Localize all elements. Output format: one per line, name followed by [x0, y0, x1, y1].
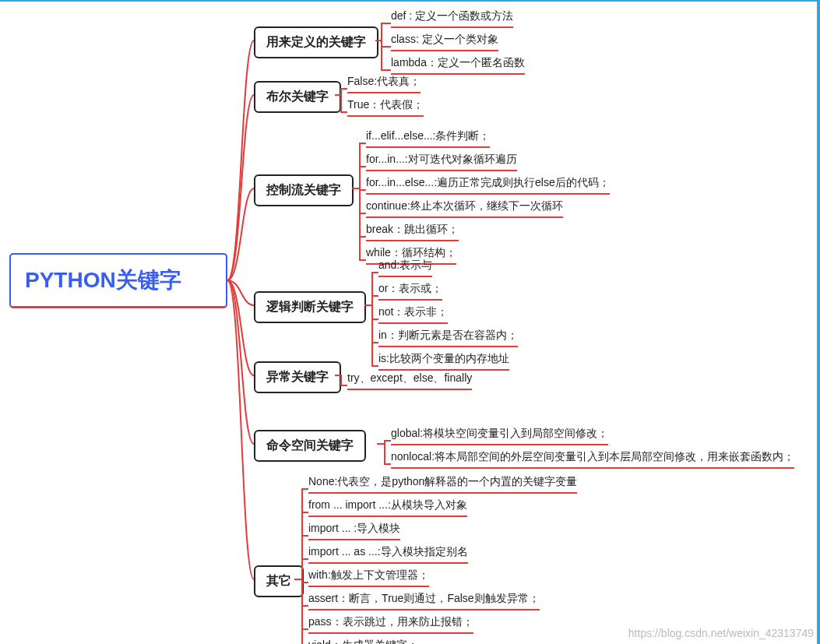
mindmap-canvas: { "root": { "title": "PYTHON关键字" }, "bra… — [0, 2, 820, 644]
branch-label: 布尔关键字 — [266, 90, 329, 103]
leaf-text[interactable]: import ... :导入模块 — [308, 519, 400, 540]
leaf-text[interactable]: class: 定义一个类对象 — [391, 30, 498, 51]
leaf-text[interactable]: in：判断元素是否在容器内； — [378, 326, 518, 347]
branch-label: 异常关键字 — [266, 370, 329, 383]
leaf-text[interactable]: for...in...else...:遍历正常完成则执行else后的代码； — [366, 173, 610, 195]
branch-namespace[interactable]: 命令空间关键字 — [254, 430, 366, 462]
leaf-text[interactable]: import ... as ...:导入模块指定别名 — [308, 542, 468, 564]
leaf-text[interactable]: pass：表示跳过，用来防止报错； — [308, 612, 473, 634]
branch-label: 其它 — [266, 574, 291, 587]
branch-label: 命令空间关键字 — [266, 438, 354, 452]
branch-control-flow[interactable]: 控制流关键字 — [254, 174, 354, 206]
leaf-text[interactable]: not：表示非； — [378, 302, 448, 324]
branch-define[interactable]: 用来定义的关键字 — [254, 26, 378, 58]
leaf-text[interactable]: with:触发上下文管理器； — [308, 565, 429, 587]
leaf-text[interactable]: assert：断言，True则通过，False则触发异常； — [308, 589, 540, 611]
branch-other[interactable]: 其它 — [254, 565, 304, 597]
leaf-text[interactable]: yield：生成器关键字； — [308, 635, 418, 644]
leaf-text[interactable]: is:比较两个变量的内存地址 — [378, 349, 509, 371]
branch-logic[interactable]: 逻辑判断关键字 — [254, 291, 366, 323]
leaf-text[interactable]: or：表示或； — [378, 279, 442, 301]
leaf-text[interactable]: False:代表真； — [347, 72, 421, 93]
leaf-text[interactable]: nonlocal:将本局部空间的外层空间变量引入到本层局部空间修改，用来嵌套函数… — [391, 447, 794, 469]
branch-exception[interactable]: 异常关键字 — [254, 361, 341, 393]
leaf-text[interactable]: if...elif...else...:条件判断； — [366, 126, 490, 148]
leaf-text[interactable]: continue:终止本次循环，继续下一次循环 — [366, 196, 563, 218]
leaf-text[interactable]: break：跳出循环； — [366, 220, 459, 241]
leaf-text[interactable]: global:将模块空间变量引入到局部空间修改； — [391, 424, 608, 445]
leaf-text[interactable]: and:表示与 — [378, 255, 432, 277]
branch-label: 控制流关键字 — [266, 183, 341, 196]
leaf-text[interactable]: from ... import ...:从模块导入对象 — [308, 495, 467, 517]
branch-bool[interactable]: 布尔关键字 — [254, 81, 341, 113]
root-node[interactable]: PYTHON关键字 — [9, 253, 227, 308]
leaf-text[interactable]: def : 定义一个函数或方法 — [391, 6, 513, 28]
leaf-text[interactable]: True：代表假； — [347, 95, 424, 117]
root-title: PYTHON关键字 — [25, 266, 181, 295]
leaf-text[interactable]: None:代表空，是python解释器的一个内置的关键字变量 — [308, 472, 577, 494]
leaf-text[interactable]: try、except、else、finally — [347, 368, 472, 390]
branch-label: 用来定义的关键字 — [266, 35, 366, 48]
watermark: https://blog.csdn.net/weixin_42313749 — [628, 627, 814, 639]
branch-label: 逻辑判断关键字 — [266, 300, 354, 313]
leaf-text[interactable]: for...in...:对可迭代对象循环遍历 — [366, 150, 517, 171]
